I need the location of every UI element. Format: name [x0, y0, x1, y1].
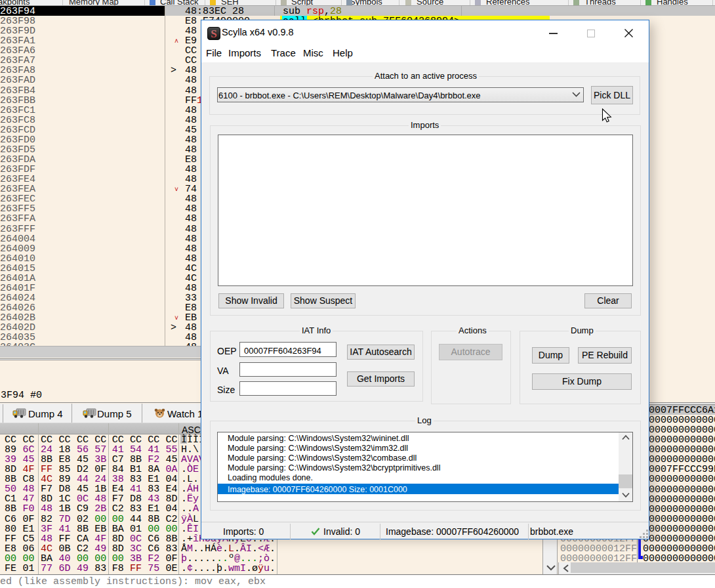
svg-text:S: S	[211, 28, 216, 40]
